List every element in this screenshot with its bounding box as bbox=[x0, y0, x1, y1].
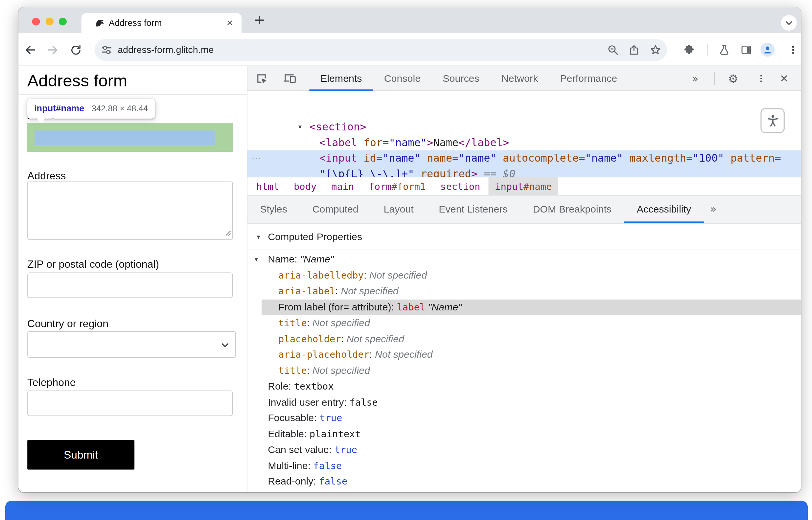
inspect-element-button[interactable] bbox=[254, 71, 269, 86]
tab-elements[interactable]: Elements bbox=[309, 66, 373, 91]
colon: : bbox=[370, 349, 375, 360]
share-icon[interactable] bbox=[628, 44, 640, 56]
breadcrumb-form[interactable]: form#form1 bbox=[362, 177, 432, 195]
more-sidebar-tabs-button[interactable]: » bbox=[704, 196, 723, 223]
tab-network[interactable]: Network bbox=[490, 66, 549, 91]
tab-accessibility[interactable]: Accessibility bbox=[624, 196, 704, 223]
settings-gear-icon[interactable]: ⚙ bbox=[726, 71, 741, 86]
inspect-content-highlight[interactable] bbox=[34, 130, 214, 145]
breadcrumb-body[interactable]: body bbox=[287, 177, 323, 195]
tab-console[interactable]: Console bbox=[373, 66, 432, 91]
devtools-menu-button[interactable] bbox=[754, 71, 769, 86]
breadcrumb: html body main form#form1 section input#… bbox=[248, 177, 801, 196]
a11y-name-row[interactable]: ▾ Name: "Name" bbox=[248, 252, 801, 267]
telephone-input[interactable] bbox=[27, 391, 233, 416]
from-label-value: "Name" bbox=[428, 301, 462, 312]
tab-styles[interactable]: Styles bbox=[248, 196, 300, 223]
submit-button[interactable]: Submit bbox=[27, 440, 134, 469]
zip-input[interactable] bbox=[27, 272, 233, 298]
code-token: pattern bbox=[731, 152, 775, 164]
browser-menu-button[interactable] bbox=[784, 41, 801, 59]
state-value: true bbox=[320, 412, 342, 423]
inspect-cursor-icon bbox=[255, 72, 268, 85]
reload-button[interactable] bbox=[67, 41, 84, 59]
devtools-close-button[interactable]: ✕ bbox=[777, 71, 792, 86]
a11y-prop-row: aria-placeholder: Not specified bbox=[248, 347, 801, 363]
state-label: Read-only: bbox=[268, 476, 319, 487]
devtools-sidebar-tabs: Styles Computed Layout Event Listeners D… bbox=[248, 196, 801, 224]
forward-button[interactable] bbox=[44, 41, 61, 59]
tab-close-icon[interactable]: ✕ bbox=[223, 17, 236, 30]
disclosure-triangle-icon[interactable]: ▾ bbox=[298, 119, 302, 135]
a11y-prop-key: aria-placeholder bbox=[278, 349, 370, 360]
tab-performance[interactable]: Performance bbox=[549, 66, 628, 91]
colon: : bbox=[341, 333, 347, 344]
colon: : bbox=[335, 285, 341, 296]
resize-handle-icon[interactable] bbox=[225, 229, 231, 238]
tab-overflow-button[interactable] bbox=[781, 15, 797, 30]
country-field-label: Country or region bbox=[27, 318, 108, 330]
a11y-from-label-row-highlighted[interactable]: From label (for= attribute): label "Name… bbox=[261, 299, 801, 315]
tooltip-arrow bbox=[37, 119, 45, 123]
crumb-tag: section bbox=[440, 181, 480, 191]
breadcrumb-html[interactable]: html bbox=[250, 177, 285, 195]
computed-properties-header[interactable]: ▾ Computed Properties bbox=[248, 224, 801, 250]
code-token: autocomplete bbox=[503, 152, 579, 164]
tab-event-listeners[interactable]: Event Listeners bbox=[426, 196, 520, 223]
window-maximize-button[interactable] bbox=[58, 18, 67, 26]
page-title: Address form bbox=[27, 71, 127, 91]
label-node-link[interactable]: label bbox=[397, 301, 425, 312]
a11y-prop-key: title bbox=[278, 365, 307, 375]
tab-layout[interactable]: Layout bbox=[371, 196, 426, 223]
code-token: "name" bbox=[382, 152, 420, 164]
window-content: Address form Name input#name 342.88 × 48… bbox=[18, 66, 801, 492]
profile-avatar[interactable] bbox=[760, 43, 775, 57]
address-textarea[interactable] bbox=[27, 181, 233, 239]
tooltip-dimensions: 342.88 × 48.44 bbox=[92, 104, 148, 113]
tab-computed[interactable]: Computed bbox=[300, 196, 371, 223]
state-value: false bbox=[313, 460, 342, 471]
breadcrumb-input-selected[interactable]: input#name bbox=[489, 177, 558, 195]
code-token: = bbox=[686, 152, 692, 164]
profile-person-icon bbox=[763, 45, 772, 54]
window-minimize-button[interactable] bbox=[45, 18, 53, 26]
device-toolbar-button[interactable] bbox=[283, 71, 297, 86]
address-bar[interactable]: address-form.glitch.me bbox=[95, 39, 667, 61]
crumb-id: #form1 bbox=[391, 181, 426, 191]
extensions-button[interactable] bbox=[680, 41, 698, 59]
site-settings-icon[interactable] bbox=[101, 44, 112, 56]
more-panels-button[interactable]: » bbox=[688, 71, 703, 86]
dom-node-section-open[interactable]: ▾ <section> bbox=[248, 119, 801, 135]
tab-dom-breakpoints[interactable]: DOM Breakpoints bbox=[520, 196, 624, 223]
disclosure-triangle-icon[interactable]: ▾ bbox=[257, 224, 260, 250]
code-token: for bbox=[363, 136, 382, 149]
window-close-button[interactable] bbox=[32, 18, 40, 26]
experiments-button[interactable] bbox=[715, 41, 733, 59]
tab-sources[interactable]: Sources bbox=[432, 66, 491, 91]
state-value: false bbox=[349, 396, 378, 407]
url-text[interactable]: address-form.glitch.me bbox=[118, 39, 214, 61]
page-pane: Address form Name input#name 342.88 × 48… bbox=[18, 66, 247, 492]
browser-tab[interactable]: Address form ✕ bbox=[81, 13, 242, 33]
disclosure-triangle-icon[interactable]: ▾ bbox=[255, 252, 258, 267]
breadcrumb-section[interactable]: section bbox=[434, 177, 487, 195]
zoom-icon[interactable] bbox=[607, 44, 619, 56]
code-token: > bbox=[427, 136, 433, 149]
favicon bbox=[95, 18, 105, 28]
side-panel-button[interactable] bbox=[737, 41, 755, 59]
crumb-tag: form bbox=[369, 181, 391, 191]
back-button[interactable] bbox=[22, 41, 40, 59]
dom-node-label[interactable]: <label for="name">Name</label> bbox=[248, 135, 801, 150]
country-select[interactable] bbox=[27, 331, 236, 358]
code-token: = bbox=[382, 136, 389, 149]
breadcrumb-main[interactable]: main bbox=[325, 177, 360, 195]
code-token: </label> bbox=[458, 136, 509, 149]
bookmark-star-icon[interactable] bbox=[650, 44, 661, 56]
devtools-toolbar-divider bbox=[714, 72, 715, 85]
desktop: Address form ✕ + address-form.glitch.me bbox=[0, 0, 812, 520]
a11y-prop-value: Not specified bbox=[312, 317, 370, 328]
a11y-state-row: Focusable: true bbox=[248, 410, 801, 426]
accessibility-overlay-button[interactable] bbox=[760, 108, 785, 133]
new-tab-button[interactable]: + bbox=[252, 12, 268, 28]
state-label: Role: bbox=[268, 381, 294, 392]
